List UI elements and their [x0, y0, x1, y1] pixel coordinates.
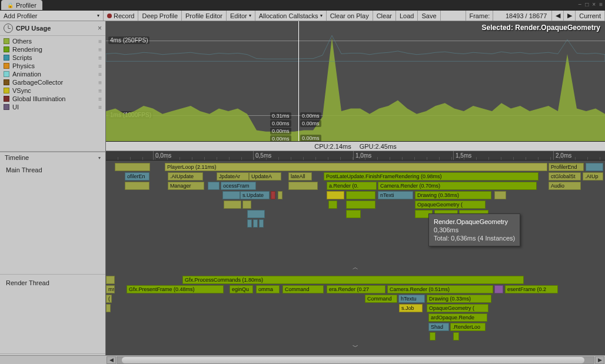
timeline-block[interactable]: ctGlobalSt: [549, 172, 581, 181]
timeline-block[interactable]: [208, 182, 220, 190]
timeline-ruler[interactable]: 0,0ms0,5ms1,0ms1,5ms2,0ms: [106, 151, 605, 161]
timeline-block[interactable]: [271, 191, 275, 199]
legend-item[interactable]: GarbageCollector: [0, 78, 105, 86]
timeline-block[interactable]: PostLateUpdate.FinishFrameRendering (0.9…: [324, 172, 538, 181]
record-button[interactable]: Record: [104, 11, 138, 21]
legend-item[interactable]: Scripts: [0, 54, 105, 62]
timeline-block[interactable]: Audio: [549, 182, 581, 190]
timeline-block[interactable]: .AIUpdate: [168, 172, 203, 181]
timeline-block[interactable]: [430, 332, 436, 340]
timeline-block[interactable]: [106, 304, 111, 312]
timeline-block[interactable]: eginQu: [230, 285, 253, 293]
timeline-tracks[interactable]: PlayerLoop (2.11ms)ProfilerEndofilerEn.A…: [106, 161, 605, 355]
expand-render-thread-icon[interactable]: ﹀: [353, 343, 358, 351]
timeline-block[interactable]: [115, 163, 150, 171]
timeline-block[interactable]: ocessFram: [221, 182, 256, 190]
scroll-right-icon[interactable]: ▶: [595, 356, 604, 364]
clear-on-play-button[interactable]: Clear on Play: [327, 11, 373, 21]
timeline-block[interactable]: Command: [282, 285, 324, 293]
timeline-block[interactable]: ms): [106, 285, 115, 293]
timeline-block[interactable]: s.Job: [399, 304, 423, 312]
expand-main-thread-icon[interactable]: ︿: [353, 263, 358, 272]
timeline-block[interactable]: OpaqueGeometry (: [427, 304, 488, 312]
timeline-block[interactable]: esentFrame (0.2: [505, 285, 558, 293]
timeline-block[interactable]: [327, 191, 344, 199]
timeline-block[interactable]: [106, 276, 115, 284]
timeline-block[interactable]: Command: [365, 295, 397, 303]
timeline-block[interactable]: Gfx.ProcessCommands (1.80ms): [182, 276, 524, 284]
module-close-icon[interactable]: ×: [98, 24, 102, 32]
current-button[interactable]: Current: [576, 11, 605, 21]
timeline-block[interactable]: Shad: [428, 323, 449, 331]
timeline-block[interactable]: [288, 182, 318, 190]
allocation-callstacks-dropdown[interactable]: Allocation Callstacks: [255, 11, 327, 21]
load-button[interactable]: Load: [396, 11, 418, 21]
legend-item[interactable]: Physics: [0, 62, 105, 70]
timeline-block[interactable]: .AIUp: [583, 172, 603, 181]
timeline-block[interactable]: [222, 191, 240, 199]
window-menu-icon[interactable]: ≡: [599, 1, 603, 8]
timeline-block[interactable]: ardOpaque.Rende: [428, 313, 487, 322]
window-min-icon[interactable]: −: [578, 1, 581, 8]
legend-item[interactable]: Animation: [0, 70, 105, 78]
timeline-block[interactable]: [253, 219, 258, 228]
next-frame-button[interactable]: ▶: [564, 11, 576, 21]
scroll-thumb[interactable]: [122, 357, 584, 363]
legend-item[interactable]: Global Illumination: [0, 95, 105, 103]
window-max-icon[interactable]: □: [585, 1, 589, 8]
save-button[interactable]: Save: [418, 11, 440, 21]
horizontal-scrollbar[interactable]: ◀ ▶: [106, 355, 605, 364]
timeline-block[interactable]: UpdateA: [249, 172, 281, 181]
timeline-block[interactable]: OpaqueGeometry (: [415, 201, 486, 209]
tab-profiler[interactable]: 🔒 Profiler: [1, 0, 42, 10]
timeline-block[interactable]: [247, 219, 252, 228]
timeline-block[interactable]: .RenderLoo: [450, 323, 486, 331]
timeline-block[interactable]: [494, 191, 506, 199]
timeline-block[interactable]: omma: [256, 285, 280, 293]
timeline-block[interactable]: Drawing (0.38ms): [415, 191, 491, 199]
timeline-block[interactable]: JpdateAr: [217, 172, 249, 181]
timeline-block[interactable]: a.Render (0.: [327, 182, 377, 190]
timeline-block[interactable]: s.Update: [240, 191, 270, 199]
timeline-block[interactable]: ProfilerEnd: [549, 163, 584, 171]
timeline-block[interactable]: [346, 191, 375, 199]
timeline-block[interactable]: PlayerLoop (2.11ms): [165, 163, 547, 171]
timeline-block[interactable]: (: [106, 295, 112, 303]
timeline-block[interactable]: nTexti: [378, 191, 413, 199]
timeline-block[interactable]: Manager: [168, 182, 204, 190]
add-profiler-dropdown[interactable]: Add Profiler: [0, 11, 104, 21]
deep-profile-button[interactable]: Deep Profile: [138, 11, 182, 21]
timeline-block[interactable]: Drawing (0.33ms): [427, 295, 491, 303]
legend-item[interactable]: Rendering: [0, 45, 105, 54]
timeline-block[interactable]: [346, 210, 361, 218]
timeline-block[interactable]: [494, 285, 503, 293]
legend-item[interactable]: Others: [0, 37, 105, 45]
legend-item[interactable]: VSync: [0, 86, 105, 95]
timeline-block[interactable]: Camera.Render (0.70ms): [378, 182, 537, 190]
playhead[interactable]: [298, 21, 299, 141]
timeline-block[interactable]: [242, 201, 251, 209]
timeline-block[interactable]: [259, 219, 264, 228]
prev-frame-button[interactable]: ◀: [552, 11, 564, 21]
timeline-block[interactable]: [586, 163, 603, 171]
window-close-icon[interactable]: ×: [592, 1, 596, 8]
timeline-block[interactable]: [453, 332, 459, 340]
timeline-block[interactable]: era.Render (0.27: [327, 285, 385, 293]
timeline-block[interactable]: [278, 191, 282, 199]
timeline-block[interactable]: [328, 201, 337, 209]
scroll-track[interactable]: [117, 356, 594, 364]
timeline-block[interactable]: hTextu: [398, 295, 425, 303]
profiler-module-header[interactable]: CPU Usage ×: [0, 21, 105, 36]
scroll-left-icon[interactable]: ◀: [107, 356, 116, 364]
timeline-block[interactable]: ofilerEn: [125, 172, 149, 181]
editor-dropdown[interactable]: Editor: [227, 11, 255, 21]
timeline-block[interactable]: [224, 201, 241, 209]
timeline-block[interactable]: [247, 210, 265, 218]
timeline-block[interactable]: [346, 201, 375, 209]
timeline-block[interactable]: [125, 182, 149, 190]
profile-editor-button[interactable]: Profile Editor: [182, 11, 227, 21]
timeline-block[interactable]: Gfx.PresentFrame (0.48ms): [127, 285, 224, 293]
clear-button[interactable]: Clear: [373, 11, 396, 21]
cpu-usage-graph[interactable]: Selected: Render.OpaqueGeometry 4ms (250…: [106, 21, 605, 142]
legend-item[interactable]: UI: [0, 103, 105, 111]
